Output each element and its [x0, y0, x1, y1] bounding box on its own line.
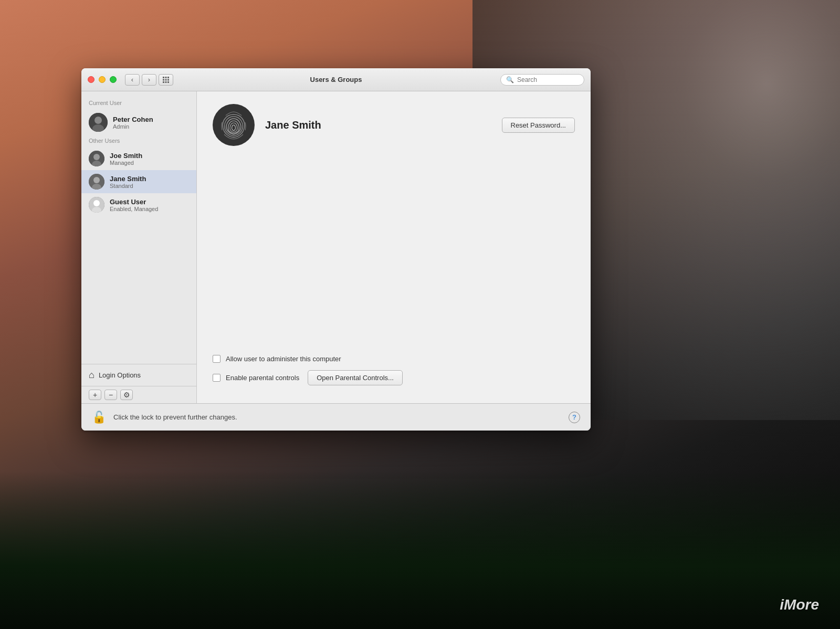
actions-button[interactable]: ⚙ [120, 390, 133, 400]
user-name-peter: Peter Cohen [113, 116, 153, 123]
trees-decoration [0, 471, 840, 629]
remove-user-button[interactable]: − [104, 390, 117, 400]
sidebar-item-guest-user[interactable]: Guest User Enabled, Managed [81, 193, 196, 216]
fingerprint-icon [213, 104, 255, 146]
svg-rect-5 [167, 79, 169, 80]
svg-rect-1 [165, 77, 167, 78]
reset-password-button[interactable]: Reset Password... [502, 118, 575, 133]
sidebar-item-jane-smith[interactable]: Jane Smith Standard [81, 170, 196, 193]
maximize-button[interactable] [110, 76, 117, 83]
current-user-label: Current User [81, 98, 196, 109]
user-name-guest: Guest User [110, 198, 158, 206]
detail-user-name: Jane Smith [265, 119, 502, 131]
avatar-guest-icon [89, 197, 104, 213]
search-bar[interactable]: 🔍 [500, 74, 584, 86]
login-options-item[interactable]: ⌂ Login Options [81, 364, 196, 386]
avatar-guest-user [89, 197, 104, 213]
svg-rect-2 [167, 77, 169, 78]
lock-text: Click the lock to prevent further change… [113, 413, 237, 421]
search-icon: 🔍 [506, 76, 514, 83]
user-info-guest: Guest User Enabled, Managed [110, 198, 158, 212]
other-users-label: Other Users [81, 135, 196, 147]
svg-point-16 [93, 177, 100, 183]
sidebar-item-joe-smith[interactable]: Joe Smith Managed [81, 147, 196, 170]
login-options-label: Login Options [99, 371, 141, 379]
avatar-joe-icon [89, 151, 104, 166]
user-info-jane: Jane Smith Standard [110, 175, 146, 189]
parental-controls-checkbox[interactable] [213, 374, 220, 382]
user-name-jane: Jane Smith [110, 175, 146, 183]
titlebar: ‹ › Users & Groups 🔍 [81, 68, 591, 91]
content-area: Current User Peter Cohen Admin Other Use… [81, 91, 591, 403]
user-role-guest: Enabled, Managed [110, 206, 158, 212]
forward-button[interactable]: › [142, 74, 156, 86]
house-icon: ⌂ [89, 370, 94, 381]
back-button[interactable]: ‹ [125, 74, 140, 86]
help-button[interactable]: ? [569, 412, 580, 423]
user-role-peter: Admin [113, 123, 153, 130]
svg-rect-6 [163, 81, 164, 83]
users-groups-window: ‹ › Users & Groups 🔍 Current [81, 68, 591, 431]
parental-controls-label: Enable parental controls [226, 374, 299, 382]
detail-avatar-jane [213, 104, 255, 146]
add-user-button[interactable]: + [89, 390, 101, 400]
svg-point-13 [93, 154, 100, 160]
user-role-joe: Managed [110, 160, 142, 166]
detail-panel: Jane Smith Reset Password... Allow user … [197, 91, 591, 403]
app-grid-button[interactable] [159, 74, 173, 86]
avatar-peter-icon [89, 113, 108, 132]
bottom-bar: 🔓 Click the lock to prevent further chan… [81, 403, 591, 431]
window-title: Users & Groups [310, 76, 362, 83]
options-section: Allow user to administer this computer E… [213, 355, 575, 385]
user-info-joe: Joe Smith Managed [110, 152, 142, 166]
user-info-peter: Peter Cohen Admin [113, 116, 153, 130]
avatar-jane-icon [89, 174, 104, 190]
imore-watermark: iMore [780, 596, 819, 613]
sidebar-toolbar: + − ⚙ [81, 386, 196, 403]
svg-rect-3 [163, 79, 164, 80]
allow-admin-checkbox[interactable] [213, 355, 220, 363]
search-input[interactable] [517, 76, 579, 83]
svg-rect-8 [167, 81, 169, 83]
svg-rect-0 [163, 77, 164, 78]
detail-header: Jane Smith Reset Password... [213, 104, 575, 146]
open-parental-controls-button[interactable]: Open Parental Controls... [308, 370, 403, 385]
svg-rect-7 [165, 81, 167, 83]
user-name-joe: Joe Smith [110, 152, 142, 160]
parental-controls-row: Enable parental controls Open Parental C… [213, 370, 575, 385]
allow-admin-row: Allow user to administer this computer [213, 355, 575, 363]
close-button[interactable] [88, 76, 94, 83]
traffic-lights [88, 76, 117, 83]
lock-icon[interactable]: 🔓 [92, 411, 106, 424]
sidebar: Current User Peter Cohen Admin Other Use… [81, 91, 197, 403]
avatar-peter-cohen [89, 113, 108, 132]
svg-point-19 [93, 200, 100, 206]
nav-buttons: ‹ › [125, 74, 156, 86]
svg-point-10 [94, 117, 102, 124]
avatar-joe-smith [89, 151, 104, 166]
sidebar-item-peter-cohen[interactable]: Peter Cohen Admin [81, 109, 196, 135]
minimize-button[interactable] [99, 76, 106, 83]
grid-icon [162, 76, 170, 83]
user-role-jane: Standard [110, 183, 146, 189]
allow-admin-label: Allow user to administer this computer [226, 355, 341, 363]
avatar-jane-smith [89, 174, 104, 190]
svg-rect-4 [165, 79, 167, 80]
